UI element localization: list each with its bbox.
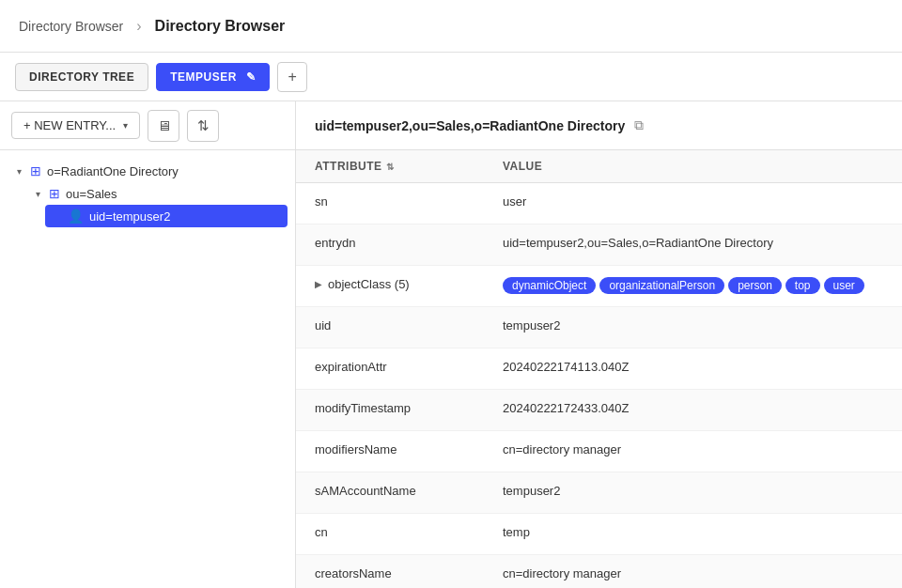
attribute-table: ATTRIBUTE ⇅ VALUE snuserentrydnuid=tempu… <box>296 150 902 588</box>
user-icon-tempuser2: 👤 <box>68 209 84 224</box>
attribute-value: uid=tempuser2,ou=Sales,o=RadiantOne Dire… <box>503 236 773 250</box>
col-header-value: VALUE <box>503 160 883 173</box>
table-row: creatorsNamecn=directory manager <box>296 555 902 588</box>
sort-icon: ⇅ <box>197 117 210 134</box>
tree-node-row-root[interactable]: ▾ ⊞ o=RadiantOne Directory <box>8 160 288 182</box>
breadcrumb-separator: › <box>136 18 141 35</box>
monitor-icon-button[interactable]: 🖥 <box>148 110 179 142</box>
directory-icon-root: ⊞ <box>30 163 41 178</box>
table-row: uidtempuser2 <box>296 307 902 348</box>
value-badge: user <box>824 277 864 294</box>
tree-node-sales: ▾ ⊞ ou=Sales 👤 uid=tempuser2 <box>26 182 288 227</box>
attribute-name: objectClass (5) <box>328 277 410 291</box>
table-row: expirationAttr20240222174113.040Z <box>296 348 902 390</box>
tree-node-root: ▾ ⊞ o=RadiantOne Directory ▾ ⊞ ou=Sales <box>8 160 288 227</box>
attribute-name: cn <box>315 525 328 539</box>
breadcrumb-home[interactable]: Directory Browser <box>19 19 123 34</box>
tab-tempuser[interactable]: TEMPUSER ✎ <box>156 63 270 91</box>
attribute-name: entrydn <box>315 236 355 250</box>
entry-header: uid=tempuser2,ou=Sales,o=RadiantOne Dire… <box>296 101 902 150</box>
value-badge: person <box>728 277 782 294</box>
tree-node-row-tempuser2[interactable]: 👤 uid=tempuser2 <box>45 205 288 227</box>
attribute-value: tempuser2 <box>503 484 560 498</box>
table-row: ▶objectClass (5)dynamicObjectorganizatio… <box>296 266 902 307</box>
attribute-name: uid <box>315 318 331 333</box>
monitor-icon: 🖥 <box>157 117 171 133</box>
attribute-value: 20240222172433.040Z <box>503 401 629 415</box>
attribute-value: tempuser2 <box>503 318 560 333</box>
attribute-value: user <box>503 194 526 209</box>
value-badge: organizationalPerson <box>599 277 724 294</box>
right-panel: uid=tempuser2,ou=Sales,o=RadiantOne Dire… <box>296 101 902 588</box>
left-panel: + NEW ENTRY... ▾ 🖥 ⇅ ▾ ⊞ o=RadiantOne Di… <box>0 101 296 588</box>
page-title: Directory Browser <box>155 18 286 35</box>
attribute-value: temp <box>503 525 530 539</box>
tree-label-tempuser2: uid=tempuser2 <box>89 209 170 224</box>
table-row: snuser <box>296 183 902 224</box>
attribute-value: cn=directory manager <box>503 566 621 580</box>
sort-icon-button[interactable]: ⇅ <box>187 110 219 142</box>
table-row: modifyTimestamp20240222172433.040Z <box>296 390 902 431</box>
directory-icon-sales: ⊞ <box>49 186 60 201</box>
attribute-name: sn <box>315 194 328 209</box>
new-entry-button[interactable]: + NEW ENTRY... ▾ <box>11 112 140 139</box>
value-badge: top <box>785 277 820 294</box>
tree-toggle-sales: ▾ <box>32 189 43 199</box>
edit-icon: ✎ <box>246 70 257 84</box>
tree-label-sales: ou=Sales <box>66 187 117 201</box>
tab-directory-tree[interactable]: DIRECTORY TREE <box>15 63 148 91</box>
tab-add-button[interactable]: + <box>277 62 307 92</box>
tree-toggle-root: ▾ <box>13 166 24 177</box>
table-row: entrydnuid=tempuser2,ou=Sales,o=RadiantO… <box>296 224 902 266</box>
attribute-name: expirationAttr <box>315 360 387 374</box>
table-row: modifiersNamecn=directory manager <box>296 431 902 472</box>
tree-node-row-sales[interactable]: ▾ ⊞ ou=Sales <box>26 182 288 205</box>
table-row: sAMAccountNametempuser2 <box>296 472 902 514</box>
table-row: cntemp <box>296 514 902 555</box>
tree-label-root: o=RadiantOne Directory <box>47 164 179 178</box>
tree-children-root: ▾ ⊞ ou=Sales 👤 uid=tempuser2 <box>8 182 288 227</box>
entry-dn: uid=tempuser2,ou=Sales,o=RadiantOne Dire… <box>315 118 625 133</box>
tree-area: ▾ ⊞ o=RadiantOne Directory ▾ ⊞ ou=Sales <box>0 150 295 588</box>
attribute-value: 20240222174113.040Z <box>503 360 629 374</box>
expand-icon[interactable]: ▶ <box>315 279 322 289</box>
tree-children-sales: 👤 uid=tempuser2 <box>26 205 288 227</box>
chevron-down-icon: ▾ <box>123 120 128 131</box>
col-header-attribute: ATTRIBUTE ⇅ <box>315 160 503 173</box>
tab-bar: DIRECTORY TREE TEMPUSER ✎ + <box>0 53 902 101</box>
attribute-value: cn=directory manager <box>503 442 621 456</box>
sort-attribute-icon[interactable]: ⇅ <box>386 162 395 172</box>
table-header: ATTRIBUTE ⇅ VALUE <box>296 150 902 183</box>
table-rows: snuserentrydnuid=tempuser2,ou=Sales,o=Ra… <box>296 183 902 588</box>
tree-node-tempuser2: 👤 uid=tempuser2 <box>45 205 288 227</box>
copy-icon[interactable]: ⧉ <box>634 117 644 133</box>
attribute-name: creatorsName <box>315 566 392 580</box>
value-badge: dynamicObject <box>503 277 596 294</box>
left-toolbar: + NEW ENTRY... ▾ 🖥 ⇅ <box>0 101 295 150</box>
attribute-name: sAMAccountName <box>315 484 416 498</box>
attribute-name: modifyTimestamp <box>315 401 411 415</box>
attribute-name: modifiersName <box>315 442 397 456</box>
main-layout: + NEW ENTRY... ▾ 🖥 ⇅ ▾ ⊞ o=RadiantOne Di… <box>0 101 902 588</box>
breadcrumb-bar: Directory Browser › Directory Browser <box>0 0 902 53</box>
